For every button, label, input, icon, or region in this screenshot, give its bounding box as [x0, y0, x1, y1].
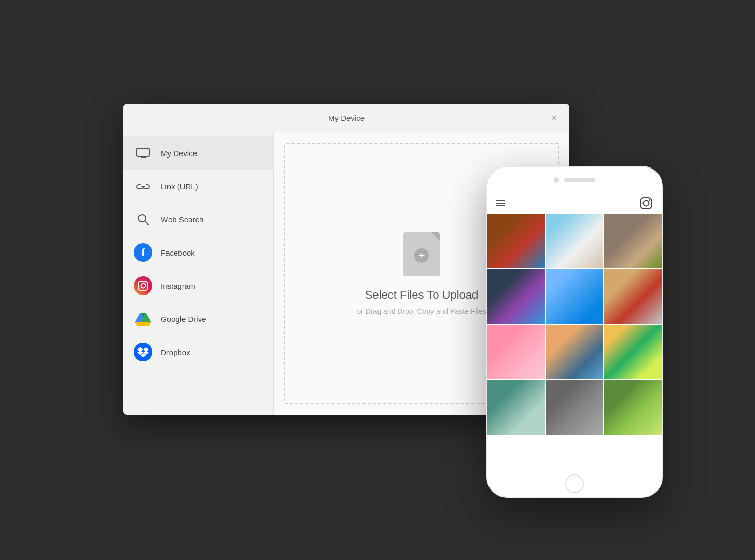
- photo-cell-11[interactable]: [546, 380, 604, 435]
- svg-rect-0: [137, 148, 149, 156]
- sidebar-item-dropbox[interactable]: Dropbox: [123, 335, 273, 369]
- sidebar-item-link-url[interactable]: Link (URL): [123, 170, 273, 203]
- svg-point-22: [649, 199, 650, 201]
- instagram-icon: [134, 276, 152, 295]
- phone-bottom-bar: [487, 471, 662, 497]
- instagram-app-icon: [639, 196, 653, 211]
- add-file-icon: +: [414, 248, 429, 263]
- sidebar-label-facebook: Facebook: [161, 248, 195, 257]
- photo-cell-10[interactable]: [487, 380, 545, 435]
- photo-cell-12[interactable]: [604, 380, 662, 435]
- photo-cell-2[interactable]: [546, 214, 604, 268]
- sidebar-item-instagram[interactable]: Instagram: [123, 269, 273, 302]
- upload-file-icon: +: [403, 232, 440, 276]
- home-button[interactable]: [565, 474, 584, 493]
- sidebar-item-google-drive[interactable]: Google Drive: [123, 302, 273, 335]
- sidebar-label-web-search: Web Search: [161, 215, 203, 224]
- close-button[interactable]: ×: [549, 111, 559, 124]
- photo-cell-6[interactable]: [604, 269, 662, 324]
- svg-line-5: [145, 221, 149, 225]
- photo-grid: [487, 214, 662, 471]
- sidebar-item-my-device[interactable]: My Device: [123, 136, 273, 170]
- dialog-header: My Device ×: [123, 104, 569, 132]
- photo-cell-1[interactable]: [487, 214, 545, 268]
- svg-marker-14: [135, 322, 151, 326]
- svg-point-21: [644, 201, 649, 206]
- sidebar-label-instagram: Instagram: [161, 282, 195, 290]
- upload-title: Select Files To Upload: [365, 288, 479, 302]
- facebook-icon: f: [134, 243, 152, 262]
- photo-cell-3[interactable]: [604, 214, 662, 268]
- svg-point-8: [145, 282, 146, 283]
- search-icon: [134, 210, 152, 229]
- photo-cell-8[interactable]: [546, 325, 604, 379]
- phone-status-bar: [487, 193, 662, 214]
- photo-cell-5[interactable]: [546, 269, 604, 324]
- dialog-title: My Device: [328, 114, 365, 122]
- phone-mockup: [486, 166, 663, 498]
- phone-speaker: [564, 178, 595, 182]
- sidebar-item-web-search[interactable]: Web Search: [123, 203, 273, 236]
- sidebar-item-facebook[interactable]: f Facebook: [123, 236, 273, 269]
- link-icon: [134, 177, 152, 195]
- phone-notch: [487, 167, 662, 193]
- phone-screen: [487, 193, 662, 471]
- upload-subtitle: or Drag and Drop, Copy and Paste Files: [357, 307, 486, 315]
- sidebar-label-dropbox: Dropbox: [161, 348, 190, 357]
- sidebar-label-google-drive: Google Drive: [161, 315, 206, 324]
- dropbox-icon: [134, 343, 152, 361]
- photo-cell-7[interactable]: [487, 325, 545, 379]
- hamburger-menu-icon[interactable]: [496, 200, 505, 206]
- phone-camera: [554, 177, 559, 183]
- photo-cell-9[interactable]: [604, 325, 662, 379]
- photo-cell-4[interactable]: [487, 269, 545, 324]
- svg-rect-20: [640, 198, 652, 209]
- svg-point-7: [141, 284, 146, 288]
- gdrive-icon: [134, 310, 152, 328]
- sidebar: My Device Link (URL): [123, 132, 274, 415]
- sidebar-label-my-device: My Device: [161, 149, 197, 158]
- sidebar-label-link-url: Link (URL): [161, 182, 198, 191]
- device-icon: [134, 144, 152, 162]
